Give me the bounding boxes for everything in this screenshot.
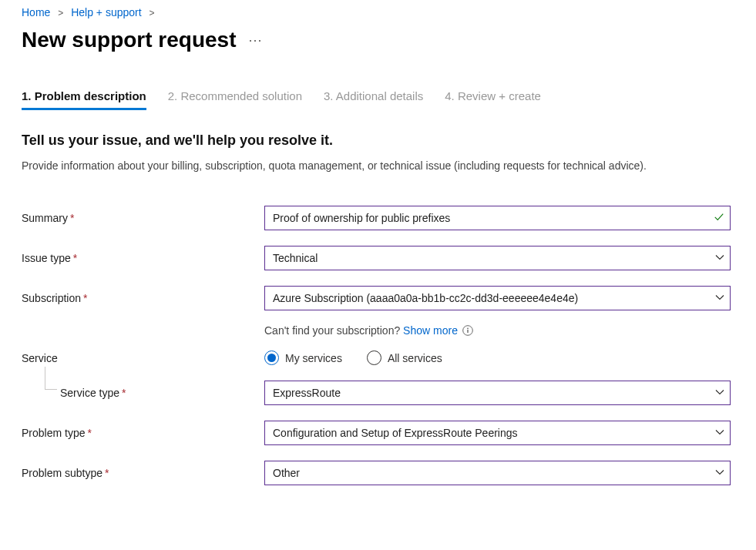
- section-heading: Tell us your issue, and we'll help you r…: [22, 132, 734, 149]
- tabs: 1. Problem description 2. Recommended so…: [22, 85, 734, 111]
- section-desc: Provide information about your billing, …: [22, 158, 715, 173]
- service-label: Service: [22, 352, 264, 364]
- tab-additional-details[interactable]: 3. Additional details: [324, 85, 423, 110]
- svg-rect-2: [467, 330, 468, 333]
- issue-type-select[interactable]: [264, 246, 731, 270]
- subscription-helper: Can't find your subscription? Show more: [264, 324, 731, 337]
- problem-type-label: Problem type*: [22, 427, 264, 439]
- tab-recommended-solution[interactable]: 2. Recommended solution: [168, 85, 302, 110]
- more-actions-icon[interactable]: ···: [248, 32, 262, 49]
- breadcrumb-home[interactable]: Home: [22, 6, 50, 18]
- problem-subtype-label: Problem subtype*: [22, 467, 264, 479]
- form: Summary* Issue type* Subscription*: [22, 206, 734, 485]
- breadcrumb: Home > Help + support >: [22, 6, 734, 18]
- radio-all-services[interactable]: All services: [367, 350, 442, 365]
- summary-input[interactable]: [264, 206, 731, 230]
- show-more-link[interactable]: Show more: [403, 324, 458, 337]
- problem-subtype-select[interactable]: [264, 461, 731, 485]
- summary-label: Summary*: [22, 212, 264, 224]
- radio-all-services-label: All services: [388, 352, 442, 364]
- breadcrumb-sep: >: [150, 8, 155, 18]
- svg-point-1: [467, 328, 469, 330]
- breadcrumb-sep: >: [58, 8, 63, 18]
- tab-review-create[interactable]: 4. Review + create: [445, 85, 541, 110]
- problem-type-select[interactable]: [264, 421, 731, 445]
- subscription-select[interactable]: [264, 286, 731, 310]
- issue-type-label: Issue type*: [22, 252, 264, 264]
- subscription-label: Subscription*: [22, 292, 264, 304]
- info-icon[interactable]: [462, 325, 473, 336]
- service-type-label: Service type*: [22, 387, 264, 399]
- tab-problem-description[interactable]: 1. Problem description: [22, 85, 146, 110]
- breadcrumb-help[interactable]: Help + support: [71, 6, 141, 18]
- service-type-select[interactable]: [264, 381, 731, 405]
- radio-my-services[interactable]: My services: [264, 350, 342, 365]
- page-title: New support request: [22, 28, 236, 52]
- radio-my-services-label: My services: [285, 352, 342, 364]
